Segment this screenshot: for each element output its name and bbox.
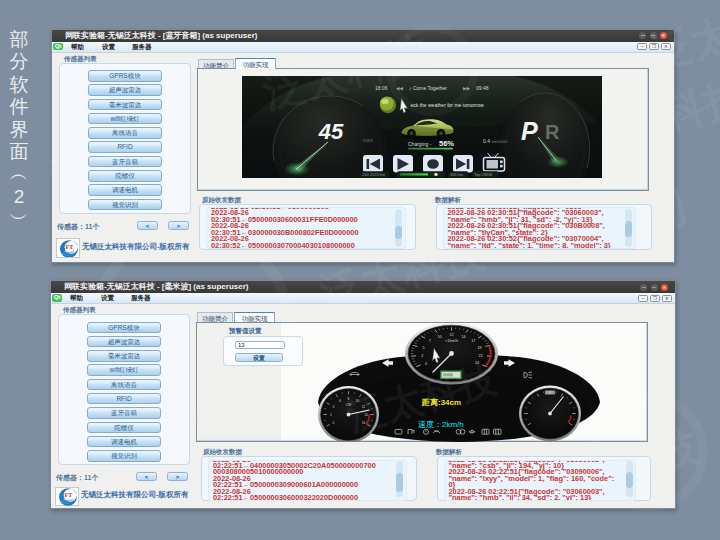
- svg-text:7: 7: [429, 339, 431, 343]
- svg-text:240 2523 km: 240 2523 km: [362, 172, 386, 177]
- svg-text:eck the weather for me tomorro: eck the weather for me tomorrow: [411, 102, 484, 108]
- svg-text:10: 10: [437, 335, 441, 339]
- svg-text:12: 12: [449, 333, 453, 337]
- svg-text:FT: FT: [65, 243, 73, 249]
- svg-text:2: 2: [330, 413, 332, 417]
- svg-text:♪ Come Together: ♪ Come Together: [409, 85, 447, 91]
- svg-text:10: 10: [355, 399, 359, 403]
- svg-text:16: 16: [362, 421, 366, 425]
- svg-text:距离:34cm: 距离:34cm: [421, 397, 461, 407]
- svg-text:CM: CM: [346, 403, 352, 407]
- svg-text:0.4: 0.4: [483, 137, 490, 143]
- svg-text:FT: FT: [64, 492, 72, 498]
- svg-text:09:48: 09:48: [476, 85, 489, 91]
- svg-text:18:06: 18:06: [375, 85, 388, 91]
- svg-text:P: P: [521, 116, 538, 144]
- svg-text:56%: 56%: [439, 139, 454, 148]
- svg-text:6: 6: [339, 399, 341, 403]
- svg-text:14: 14: [364, 413, 368, 417]
- svg-text:5: 5: [422, 346, 424, 350]
- svg-text:km/1000: km/1000: [492, 138, 508, 143]
- svg-text:22: 22: [479, 354, 483, 358]
- svg-text:◀◀: ◀◀: [396, 86, 403, 91]
- svg-text:2: 2: [421, 354, 423, 358]
- svg-text:306 km: 306 km: [450, 172, 464, 177]
- svg-text:24: 24: [475, 361, 479, 365]
- svg-text:19: 19: [477, 346, 481, 350]
- svg-text:R: R: [545, 120, 560, 142]
- svg-text:14: 14: [461, 335, 465, 339]
- svg-text:12: 12: [362, 405, 366, 409]
- svg-text:×1km/h: ×1km/h: [445, 338, 458, 343]
- svg-text:速度：2km/h: 速度：2km/h: [418, 420, 464, 429]
- svg-text:Top 23KM: Top 23KM: [474, 172, 492, 177]
- svg-text:45: 45: [318, 118, 344, 143]
- svg-text:▶▶: ▶▶: [463, 86, 470, 91]
- svg-text:0: 0: [333, 421, 335, 425]
- svg-text:4: 4: [333, 405, 335, 409]
- svg-text:KM/S: KM/S: [363, 138, 373, 143]
- svg-text:8: 8: [348, 397, 350, 401]
- svg-text:Charging -: Charging -: [408, 140, 432, 146]
- svg-text:17: 17: [471, 339, 475, 343]
- svg-text:0: 0: [425, 362, 427, 366]
